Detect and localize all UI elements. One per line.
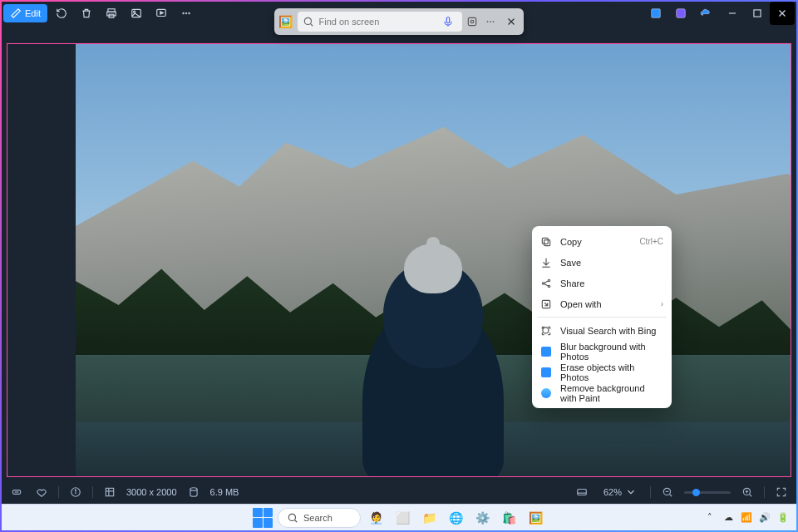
tray-battery-icon[interactable]: 🔋	[776, 512, 790, 523]
image-icon[interactable]	[126, 3, 147, 23]
filesize-text: 6.9 MB	[210, 487, 239, 497]
remove-icon[interactable]	[8, 486, 25, 498]
taskbar-search[interactable]: Search	[278, 508, 361, 528]
svg-point-47	[543, 327, 549, 332]
maximize-button[interactable]	[745, 2, 770, 25]
context-menu-item[interactable]: Visual Search with Bing	[532, 320, 672, 341]
context-menu-item[interactable]: Share	[532, 273, 672, 293]
svg-rect-33	[446, 17, 450, 23]
context-menu-item[interactable]: Save	[532, 252, 672, 273]
info-icon[interactable]	[67, 486, 84, 498]
svg-point-7	[185, 12, 187, 14]
svg-line-25	[669, 494, 672, 496]
context-menu-label: Erase objects with Photos	[560, 362, 663, 382]
filmstrip-toggle-icon[interactable]	[574, 486, 590, 498]
start-button[interactable]	[251, 506, 274, 530]
taskbar-tray[interactable]: ˄ ☁ 📶 🔊 🔋	[703, 505, 790, 530]
context-menu-item[interactable]: Blur background with Photos	[532, 341, 672, 362]
zoom-level[interactable]: 62%	[598, 485, 642, 500]
taskbar-store-icon[interactable]: 🛍️	[497, 506, 520, 530]
find-on-screen-bar: 🖼️	[274, 8, 524, 35]
svg-point-35	[471, 20, 475, 23]
close-button[interactable]	[770, 2, 795, 25]
svg-point-8	[189, 12, 190, 14]
context-menu-shortcut: Ctrl+C	[639, 237, 663, 246]
svg-rect-9	[652, 9, 661, 18]
print-icon[interactable]	[101, 3, 122, 23]
zoom-out-icon[interactable]	[659, 486, 676, 498]
edit-button-label: Edit	[25, 8, 41, 18]
taskbar-settings-icon[interactable]: ⚙️	[470, 506, 494, 530]
filmstrip-area	[7, 44, 76, 476]
edit-button[interactable]: Edit	[3, 4, 47, 22]
image-viewport[interactable]	[7, 43, 791, 477]
onedrive-icon[interactable]	[695, 3, 717, 23]
context-menu-label: Open with	[560, 299, 653, 309]
svg-rect-34	[469, 17, 476, 25]
share-icon	[540, 278, 552, 289]
find-close-button[interactable]	[501, 12, 520, 32]
context-menu-item[interactable]: CopyCtrl+C	[532, 231, 672, 252]
tray-wifi-icon[interactable]: 📶	[740, 512, 753, 523]
open-with-icon	[540, 298, 552, 310]
paint-app-icon	[540, 388, 552, 398]
filesize-icon	[185, 486, 202, 498]
zoom-slider[interactable]	[684, 491, 731, 494]
taskbar: Search 🧑‍💼 ⬜ 📁 🌐 ⚙️ 🛍️ 🖼️ ˄ ☁ 📶 🔊 🔋	[2, 504, 796, 530]
favorite-icon[interactable]	[33, 486, 50, 498]
tray-onedrive-icon[interactable]: ☁	[722, 512, 735, 523]
minimize-button[interactable]	[720, 2, 745, 25]
visual-search-icon	[540, 325, 552, 337]
svg-line-32	[310, 23, 313, 26]
designer-icon[interactable]	[645, 3, 667, 23]
mic-icon[interactable]	[439, 12, 457, 31]
delete-icon[interactable]	[76, 3, 97, 23]
svg-point-48	[288, 514, 295, 520]
taskbar-taskview-icon[interactable]: ⬜	[391, 506, 414, 530]
context-menu-label: Save	[560, 258, 663, 268]
window-controls	[720, 2, 795, 25]
taskbar-copilot-icon[interactable]: 🧑‍💼	[364, 506, 387, 530]
find-input-wrap[interactable]	[298, 12, 462, 32]
more-icon[interactable]	[175, 3, 197, 23]
fullscreen-icon[interactable]	[773, 486, 790, 498]
svg-rect-22	[578, 490, 587, 495]
tray-volume-icon[interactable]: 🔊	[758, 512, 771, 523]
svg-point-38	[493, 21, 495, 22]
copilot-icon[interactable]	[466, 12, 480, 31]
displayed-photo	[76, 44, 791, 476]
context-menu-label: Visual Search with Bing	[560, 326, 663, 336]
tray-chevron-icon[interactable]: ˄	[703, 512, 717, 523]
context-menu-separator	[537, 317, 667, 318]
context-menu-label: Remove background with Paint	[560, 383, 663, 403]
context-menu-item[interactable]: Open with›	[532, 293, 672, 314]
chevron-right-icon: ›	[661, 299, 663, 308]
context-menu-label: Blur background with Photos	[560, 342, 663, 362]
find-more-icon[interactable]	[483, 12, 498, 31]
snipping-app-icon: 🖼️	[278, 12, 294, 32]
svg-rect-41	[544, 239, 550, 245]
svg-point-37	[490, 21, 491, 22]
rotate-icon[interactable]	[51, 3, 72, 23]
svg-point-21	[190, 488, 196, 491]
taskbar-explorer-icon[interactable]: 📁	[417, 506, 441, 530]
svg-point-19	[75, 490, 76, 490]
photos-app-icon	[540, 367, 552, 377]
context-menu-label: Copy	[560, 237, 631, 247]
zoom-text: 62%	[603, 487, 622, 497]
context-menu-item[interactable]: Erase objects with Photos	[532, 362, 672, 382]
svg-point-43	[542, 282, 544, 283]
find-input[interactable]	[319, 17, 434, 27]
taskbar-photos-icon[interactable]: 🖼️	[524, 506, 547, 530]
svg-rect-42	[542, 238, 548, 244]
zoom-in-icon[interactable]	[739, 486, 756, 498]
clipchamp-icon[interactable]	[670, 3, 692, 23]
svg-line-28	[749, 494, 751, 496]
svg-point-4	[133, 11, 135, 12]
context-menu-item[interactable]: Remove background with Paint	[532, 382, 672, 403]
taskbar-edge-icon[interactable]: 🌐	[444, 506, 467, 530]
svg-point-44	[548, 279, 549, 281]
slideshow-icon[interactable]	[150, 3, 172, 23]
copy-icon	[540, 236, 552, 248]
status-bar: 3000 x 2000 6.9 MB 62%	[2, 480, 796, 504]
